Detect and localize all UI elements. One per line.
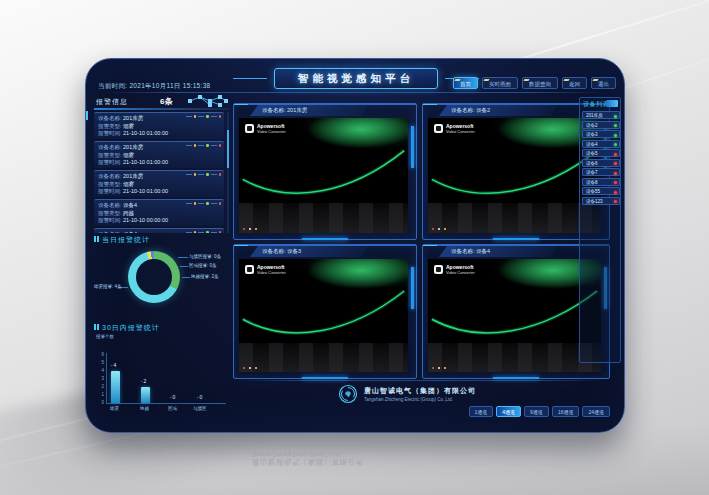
status-dot-offline (614, 181, 617, 184)
section-bars-icon (94, 324, 99, 330)
video-panel-1[interactable]: 设备名称: 201库房 Apowersoft Video Converter (233, 103, 417, 240)
alarm-status-dots (186, 231, 222, 233)
device-item[interactable]: 设备8 (582, 178, 620, 186)
legend-smoke-alarm: 烟雾报警: 4条 (94, 284, 122, 289)
y-axis (106, 353, 107, 404)
tab-data-query[interactable]: 数据查询 (522, 77, 558, 89)
watermark-line2: Video Converter (446, 270, 475, 275)
watermark: Apowersoft Video Converter (245, 265, 286, 275)
device-item[interactable]: 设备2 (582, 121, 620, 129)
alarm-status-dots (186, 115, 222, 118)
watermark-line2: Video Converter (257, 129, 286, 134)
device-item[interactable]: 设备4 (582, 140, 620, 148)
reflected-company-cn: 唐山智诚电气（集团）有限公司 (252, 457, 512, 467)
channel-switcher: 1通道 4通道 9通道 16通道 24通道 (469, 406, 610, 417)
y-tick: 2 (96, 384, 104, 389)
header-divider (104, 92, 606, 93)
network-nodes-icon (186, 94, 230, 108)
legend-area-alarm: 区域报警: 0条 (189, 263, 217, 268)
device-item[interactable]: 设备55 (582, 187, 620, 195)
time-value: 21-10-10 01:00:00 (123, 130, 168, 136)
type-label: 报警类型: (98, 152, 122, 158)
title-wing-left (233, 78, 267, 79)
video-feed[interactable]: Apowersoft Video Converter (428, 118, 601, 233)
alarm-status-dots (186, 144, 222, 147)
company-logo-icon (338, 384, 358, 404)
time-label: 报警时间: (98, 130, 122, 136)
bar-value: 2 (141, 378, 146, 384)
channel-button-16[interactable]: 16通道 (552, 406, 580, 417)
monthly-stats-title: 30日内报警统计 (94, 323, 230, 333)
indicator-lights (243, 228, 257, 230)
device-label: 设备名称: (98, 231, 122, 233)
y-tick: 4 (96, 368, 104, 373)
device-label: 设备名称: (98, 144, 122, 150)
time-label: 报警时间: (98, 217, 122, 223)
top-nav: 首页 实时画面 数据查询 返回 退出 (453, 77, 616, 89)
panel-right-accent (411, 126, 414, 168)
alarm-panel-title: 报警信息 (96, 97, 128, 107)
legend-leader (178, 257, 188, 258)
alarm-card[interactable]: 设备名称: 设备4 报警类型: 跨越 报警时间: 21-10-10 00:00:… (94, 199, 224, 226)
alarm-list-scrollbar[interactable] (227, 112, 229, 233)
status-dot-offline (614, 153, 617, 156)
y-tick: 0 (96, 400, 104, 405)
machinery-silhouette (428, 343, 601, 372)
time-label: 报警时间: (98, 188, 122, 194)
status-dot-online (614, 143, 617, 146)
device-item[interactable]: 设备5 (582, 149, 620, 157)
device-value: 201库房 (123, 173, 143, 179)
video-panel-title: 设备名称: 设备4 (439, 246, 557, 257)
alarm-card[interactable]: 设备名称: 201库房 报警类型: 烟雾 报警时间: 21-10-10 01:0… (94, 112, 224, 139)
time-value: 21-10-10 01:00:00 (123, 188, 168, 194)
scrollbar-thumb[interactable] (227, 130, 229, 168)
device-item[interactable]: 设备3 (582, 130, 620, 138)
machinery-silhouette (239, 343, 408, 372)
dashboard-window: 当前时间: 2021年10月11日 15:15:38 智能视觉感知平台 首页 实… (85, 58, 625, 433)
tab-exit[interactable]: 退出 (591, 77, 616, 89)
alarm-panel-header: 报警信息 6条 (94, 97, 230, 108)
device-name: 设备7 (586, 170, 598, 175)
watermark-icon (434, 124, 443, 133)
device-item[interactable]: 设备123 (582, 197, 620, 205)
panel-top-line (234, 245, 416, 246)
type-value: 烟雾 (123, 152, 134, 158)
type-value: 烟雾 (123, 123, 134, 129)
title-frame: 智能视觉感知平台 (274, 68, 438, 89)
channel-button-1[interactable]: 1通道 (469, 406, 494, 417)
device-item[interactable]: 201库房 (582, 111, 620, 119)
tab-back[interactable]: 返回 (562, 77, 587, 89)
device-name: 设备6 (586, 161, 598, 166)
reflected-company-en: Tangshan Zhicheng Electric (Group) Co.,L… (252, 452, 512, 457)
tab-live-view[interactable]: 实时画面 (482, 77, 518, 89)
alarm-status-dots (186, 173, 222, 176)
video-feed[interactable]: Apowersoft Video Converter (428, 259, 601, 372)
watermark-icon (245, 124, 254, 133)
status-dot-offline (614, 172, 617, 175)
device-item[interactable]: 设备6 (582, 159, 620, 167)
y-tick: 5 (96, 360, 104, 365)
alarm-card[interactable]: 设备名称: 设备4 (94, 228, 224, 233)
video-feed[interactable]: Apowersoft Video Converter (239, 259, 408, 372)
channel-button-9[interactable]: 9通道 (524, 406, 549, 417)
device-label: 设备名称: (98, 115, 122, 121)
video-panel-title: 设备名称: 设备2 (439, 105, 557, 116)
watermark: Apowersoft Video Converter (245, 124, 286, 134)
alarm-card[interactable]: 设备名称: 201库房 报警类型: 烟雾 报警时间: 21-10-10 01:0… (94, 170, 224, 197)
machinery-silhouette (239, 203, 408, 233)
device-item[interactable]: 设备7 (582, 168, 620, 176)
bar-chart-ylabel: 报警个数 (96, 334, 114, 339)
type-label: 报警类型: (98, 123, 122, 129)
video-panel-3[interactable]: 设备名称: 设备3 Apowersoft Video Converter (233, 244, 417, 379)
device-name: 设备3 (586, 132, 598, 137)
section-bars-icon (94, 236, 99, 242)
channel-button-4[interactable]: 4通道 (496, 406, 521, 417)
device-list-action-button[interactable] (606, 100, 618, 107)
watermark-icon (245, 265, 254, 274)
alarm-card[interactable]: 设备名称: 201库房 报警类型: 烟雾 报警时间: 21-10-10 01:0… (94, 141, 224, 168)
daily-alarm-donut-chart (128, 251, 180, 303)
tab-home[interactable]: 首页 (453, 77, 478, 89)
video-feed[interactable]: Apowersoft Video Converter (239, 118, 408, 233)
channel-button-24[interactable]: 24通道 (582, 406, 610, 417)
y-tick: 1 (96, 392, 104, 397)
